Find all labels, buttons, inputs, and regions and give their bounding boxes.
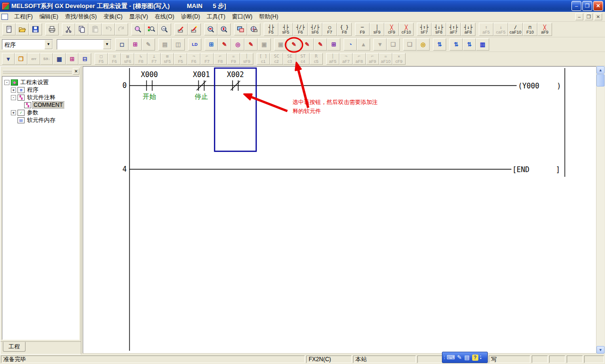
coil-button[interactable]: ○F7	[322, 23, 337, 36]
collapse-icon[interactable]: -	[4, 80, 9, 85]
new-project-button[interactable]	[2, 23, 16, 35]
chevron-down-icon[interactable]: ▼	[103, 40, 111, 49]
menu-item-0[interactable]: 工程(F)	[11, 12, 36, 21]
vertical-line-button[interactable]: │sF9	[370, 23, 384, 36]
contact-x002[interactable]: X002	[227, 70, 244, 91]
tree-item-device-memory[interactable]: ▤软元件内存	[2, 116, 79, 124]
zoom-in-button[interactable]	[217, 23, 231, 35]
falling-pulse-button[interactable]: ┤↓├sF8	[432, 23, 446, 36]
invert-operation-button[interactable]: ∕caF10	[508, 23, 523, 36]
menu-item-6[interactable]: 诊断(D)	[178, 12, 204, 21]
zoom-out-button[interactable]	[204, 23, 217, 35]
ladder-display-button[interactable]: LD	[188, 38, 201, 51]
menu-item-8[interactable]: 窗口(W)	[229, 12, 256, 21]
child-close-button[interactable]: ✕	[594, 13, 602, 20]
comment-search-button[interactable]	[247, 23, 260, 35]
note-edit-button[interactable]: ✎	[314, 38, 327, 51]
ladder-monitor-button[interactable]	[188, 23, 201, 35]
child-minimize-button[interactable]: –	[575, 13, 583, 20]
parallel-rising-pulse-button[interactable]: ┤↑├aF7	[446, 23, 461, 36]
data-type-combo[interactable]: 程序 ▼	[2, 39, 53, 50]
chevron-down-icon[interactable]: ▼	[44, 40, 52, 49]
check-program-button[interactable]: ◻	[115, 38, 129, 51]
tab-project[interactable]: 工程	[3, 342, 26, 352]
device-find-button[interactable]: ◎	[416, 38, 430, 51]
tree-item-device-comment[interactable]: -▚软元件注释	[2, 94, 79, 101]
ladder-editor[interactable]: 0X000开始X001停止X002(Y000)4[END] 选中该按钮，然后双击…	[83, 66, 596, 354]
child-restore-button[interactable]: ❐	[585, 13, 593, 20]
sort-descending-button[interactable]: ⇅	[449, 38, 463, 51]
device-comment-edit-button[interactable]: ✎	[287, 38, 301, 51]
sort-option-button[interactable]: ⇅	[463, 38, 476, 51]
parallel-closed-contact-button[interactable]: ┤/├sF6	[308, 23, 322, 36]
vertical-scrollbar[interactable]: ▲ ▼	[596, 66, 605, 354]
entry-monitor-button[interactable]: ◔	[344, 38, 357, 51]
find-button[interactable]	[131, 23, 145, 35]
block-list-button[interactable]: ▦	[53, 53, 66, 65]
data-name-combo[interactable]: ▼	[57, 39, 112, 50]
open-contact-button[interactable]: ┤├F5	[264, 23, 278, 36]
langbar-grip[interactable]: ⁞	[444, 355, 445, 360]
language-bar[interactable]: ⁞ ⌨✎▤? ▪▾	[442, 352, 488, 363]
parallel-falling-pulse-button[interactable]: ┤↓├aF8	[461, 23, 475, 36]
menu-item-9[interactable]: 帮助(H)	[256, 12, 282, 21]
scrollbar-thumb[interactable]	[596, 74, 605, 87]
cut-button[interactable]	[62, 23, 75, 35]
writing-pad-icon[interactable]: ▤	[464, 355, 469, 360]
split-window-button[interactable]: ▥	[476, 38, 489, 51]
collapse-icon[interactable]: -	[11, 95, 16, 100]
menu-item-2[interactable]: 查找/替换(S)	[61, 12, 100, 21]
scroll-up-icon[interactable]: ▲	[596, 66, 605, 74]
closed-contact-button[interactable]: ┤/├F6	[293, 23, 308, 36]
sort-block-button[interactable]: ⊟	[78, 53, 91, 65]
open-project-button[interactable]	[16, 23, 29, 35]
panel-close-icon[interactable]: ✕	[73, 68, 79, 75]
read-mode-button[interactable]: ◎	[231, 38, 244, 51]
sort-ascending-button[interactable]: ⇅	[433, 38, 446, 51]
application-instruction-button[interactable]: { }F8	[337, 23, 352, 36]
replace-button[interactable]: AB	[158, 23, 171, 35]
cascade-blocks-button[interactable]: ❐	[15, 53, 27, 65]
ladder-edit-mode-button[interactable]: ✎	[218, 38, 231, 51]
delete-horizontal-line-button[interactable]: ╳cF9	[384, 23, 399, 36]
delete-vertical-line-button[interactable]: ╳cF10	[399, 23, 414, 36]
parallel-open-contact-button[interactable]: ┤├sF5	[278, 23, 293, 36]
ladder-write-button[interactable]	[174, 23, 188, 35]
block-exchange-button[interactable]: ⊞	[327, 38, 340, 51]
horizontal-line-button[interactable]: ─F9	[355, 23, 370, 36]
block-grid-button[interactable]: ⊞	[66, 53, 78, 65]
langbar-options-icon[interactable]: ▪▾	[480, 355, 482, 360]
menu-item-1[interactable]: 编辑(E)	[36, 12, 61, 21]
menu-item-3[interactable]: 变换(C)	[100, 12, 126, 21]
statement-edit-button[interactable]: ✎	[301, 38, 314, 51]
project-data-list-button[interactable]: ⊞	[129, 38, 142, 51]
help-icon[interactable]: ?	[472, 355, 478, 361]
comment-display-button[interactable]: ⊞	[205, 38, 218, 51]
expand-icon[interactable]: +	[11, 87, 16, 93]
pen-icon[interactable]: ✎	[457, 355, 462, 360]
copy-button[interactable]	[75, 23, 88, 35]
child-window-icon[interactable]	[1, 14, 8, 20]
rising-pulse-button[interactable]: ┤↑├sF7	[417, 23, 432, 36]
restore-button[interactable]: ❐	[582, 1, 592, 11]
write-mode-button[interactable]: ✎	[244, 38, 258, 51]
scroll-down-icon[interactable]: ▼	[596, 346, 605, 354]
tree-item-parameter[interactable]: +✓参数	[2, 109, 79, 116]
find-device-button[interactable]	[145, 23, 158, 35]
menu-item-7[interactable]: 工具(T)	[203, 12, 228, 21]
save-project-button[interactable]	[29, 23, 42, 35]
expand-icon[interactable]: +	[11, 110, 16, 115]
delete-operation-button[interactable]: ╳aF9	[537, 23, 552, 36]
screen-switch-button[interactable]	[234, 23, 247, 35]
pulse-operation-button[interactable]: ⊓F10	[523, 23, 537, 36]
menu-item-4[interactable]: 显示(V)	[126, 12, 151, 21]
panel-grip[interactable]: ✕	[2, 68, 79, 75]
close-button[interactable]: ✕	[593, 1, 603, 11]
minimize-button[interactable]: –	[571, 1, 581, 11]
tree-item-program[interactable]: +≣程序	[2, 86, 79, 94]
tree-item-comment-file[interactable]: ▚COMMENT	[2, 101, 79, 109]
print-button[interactable]	[45, 23, 59, 35]
keyboard-icon[interactable]: ⌨	[447, 355, 455, 360]
step-transfer-button[interactable]: ▼	[2, 53, 15, 65]
menu-item-5[interactable]: 在线(O)	[151, 12, 177, 21]
